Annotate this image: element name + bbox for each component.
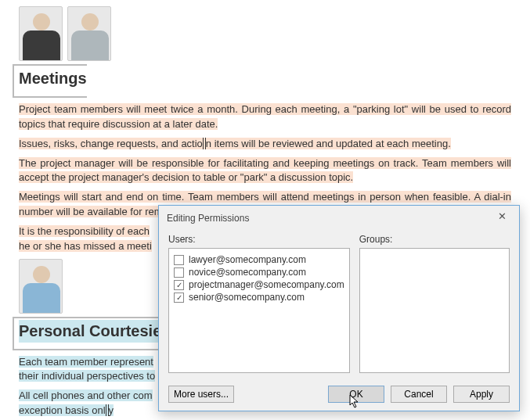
paragraph-text: Each team member represent: [19, 356, 153, 368]
more-users-button[interactable]: More users...: [168, 386, 234, 403]
contributor-photo: [19, 259, 63, 314]
paragraph-text: Issues, risks, change requests, and acti…: [19, 138, 203, 149]
paragraph-text: All cell phones and other com: [19, 389, 153, 401]
groups-column: Groups:: [359, 234, 510, 373]
checkbox[interactable]: ✓: [174, 293, 184, 303]
paragraph-text: he or she has missed a meeti: [19, 240, 152, 252]
cancel-button[interactable]: Cancel: [391, 386, 447, 403]
user-email: novice@somecompany.com: [189, 267, 306, 278]
dialog-buttons: More users... OK Cancel Apply: [159, 379, 519, 411]
contributor-photo: [19, 6, 63, 61]
dialog-title: Editing Permissions: [167, 213, 249, 224]
editing-permissions-dialog: Editing Permissions ✕ Users: lawyer@some…: [158, 205, 520, 411]
paragraph-text: their individual perspectives to: [19, 370, 155, 382]
paragraph-text: Project team members will meet twice a m…: [19, 103, 511, 130]
users-column: Users: lawyer@somecompany.com novice@som…: [168, 234, 350, 373]
users-label: Users:: [168, 234, 350, 245]
user-row[interactable]: lawyer@somecompany.com: [174, 253, 344, 266]
paragraph-text: It is the responsibility of each: [19, 225, 150, 237]
paragraph-text: n items will be reviewed and updated at …: [206, 138, 451, 149]
heading-courtesies: Personal Courtesies: [19, 320, 170, 343]
user-email: projectmanager@somecompany.com: [189, 279, 344, 290]
user-row[interactable]: ✓ projectmanager@somecompany.com: [174, 278, 344, 291]
checkbox[interactable]: ✓: [174, 280, 184, 290]
user-row[interactable]: ✓ senior@somecompany.com: [174, 291, 344, 303]
user-email: lawyer@somecompany.com: [189, 254, 306, 265]
paragraph-text: The project manager will be responsible …: [19, 157, 511, 184]
ok-button[interactable]: OK: [328, 386, 384, 403]
user-row[interactable]: novice@somecompany.com: [174, 266, 344, 278]
contributor-photos: [19, 6, 511, 61]
groups-label: Groups:: [359, 234, 510, 245]
paragraph-text: y: [109, 404, 114, 416]
close-icon[interactable]: ✕: [492, 210, 511, 226]
groups-listbox[interactable]: [359, 248, 510, 373]
apply-button[interactable]: Apply: [453, 386, 510, 403]
contributor-photo: [67, 6, 111, 61]
user-email: senior@somecompany.com: [189, 292, 305, 303]
users-listbox[interactable]: lawyer@somecompany.com novice@somecompan…: [168, 248, 350, 373]
paragraph-text: exception basis onl: [19, 404, 106, 416]
checkbox[interactable]: [174, 255, 184, 265]
dialog-titlebar: Editing Permissions ✕: [159, 206, 519, 231]
heading-meetings: Meetings: [19, 67, 87, 90]
checkbox[interactable]: [174, 267, 184, 278]
